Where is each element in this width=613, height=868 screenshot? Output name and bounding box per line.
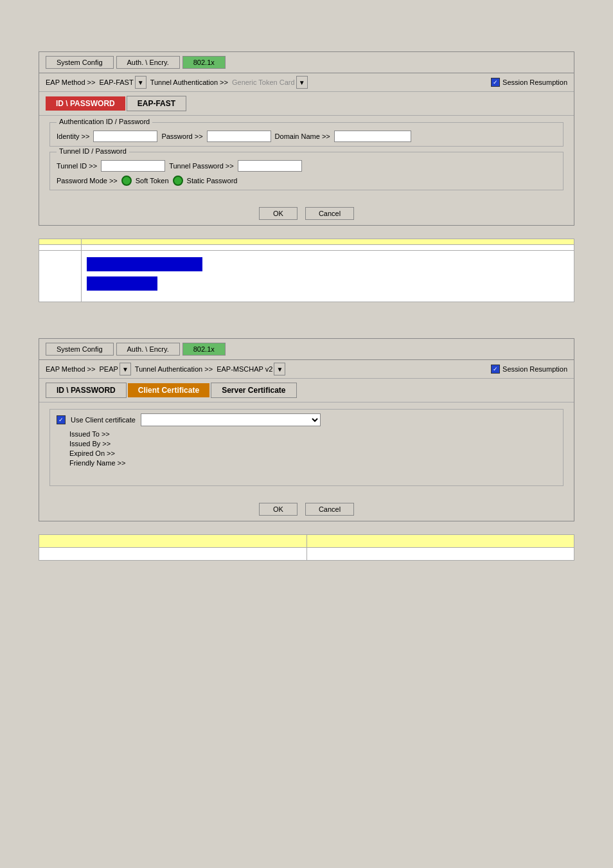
tab-system-config-1[interactable]: System Config [46,56,114,69]
issued-by-label-2: Issued By >> [69,440,111,448]
tunnel-auth-value-1: Generic Token Card [232,78,295,86]
cert-section-2: ✓ Use Client certificate Issued To >> Is… [49,409,564,486]
sub-tab-server-cert-2[interactable]: Server Certificate [211,383,296,398]
tunnel-id-input-1[interactable] [101,160,165,172]
tab-auth-encry-2[interactable]: Auth. \ Encry. [116,343,180,356]
sub-tab-row-1: ID \ PASSWORD EAP-FAST [39,92,574,116]
password-input-1[interactable] [207,131,271,142]
eap-method-label-2: EAP Method >> [46,365,95,373]
tunnel-auth-label-1: Tunnel Authentication >> [150,78,228,86]
cert-row-2: ✓ Use Client certificate [57,413,556,426]
sub-tab-id-password-2[interactable]: ID \ PASSWORD [46,383,127,398]
session-resumption-label-2: Session Resumption [502,365,567,373]
tunnel-form-row-1: Tunnel ID >> Tunnel Password >> [57,160,556,172]
cert-dropdown-2[interactable] [141,413,321,426]
tunnel-auth-dropdown-2[interactable]: EAP-MSCHAP v2 ▼ [217,363,285,375]
table1-cell-c2 [82,251,574,302]
table1-row-white [39,245,574,251]
eap-method-arrow-2[interactable]: ▼ [120,363,131,375]
table2-row-white [39,548,574,561]
tunnel-auth-arrow-1[interactable]: ▼ [296,76,308,89]
panel2: System Config Auth. \ Encry. 802.1x EAP … [39,338,574,521]
table1-cell-w2 [82,245,574,251]
table2-cell-y1 [39,535,307,548]
use-client-cert-checkbox-2[interactable]: ✓ [57,415,66,424]
password-mode-label-1: Password Mode >> [57,177,118,185]
static-password-radio-1[interactable] [173,176,183,186]
session-resumption-1: ✓ Session Resumption [491,78,567,87]
issued-to-label-2: Issued To >> [69,430,110,438]
data-table-1 [39,239,574,302]
expired-on-line-2: Expired On >> [69,449,556,457]
domain-name-input-1[interactable] [334,131,411,142]
blue-bar-long-1 [87,257,202,271]
ok-button-1[interactable]: OK [259,207,298,220]
identity-label-1: Identity >> [57,132,89,140]
eap-method-row-2: EAP Method >> PEAP ▼ Tunnel Authenticati… [39,360,574,379]
table2-cell-y2 [306,535,574,548]
button-row-2: OK Cancel [39,498,574,521]
auth-section-title-1: Authentication ID / Password [57,118,152,125]
panel1: System Config Auth. \ Encry. 802.1x EAP … [39,51,574,226]
table1-cell-w1 [39,245,82,251]
session-resumption-checkbox-2[interactable]: ✓ [491,365,500,374]
session-resumption-checkbox-1[interactable]: ✓ [491,78,500,87]
content-area-2: ✓ Use Client certificate Issued To >> Is… [39,402,574,498]
eap-method-row-1: EAP Method >> EAP-FAST ▼ Tunnel Authenti… [39,73,574,92]
content-area-1: Authentication ID / Password Identity >>… [39,116,574,202]
friendly-name-line-2: Friendly Name >> [69,459,556,467]
expired-on-label-2: Expired On >> [69,449,115,457]
friendly-name-label-2: Friendly Name >> [69,459,125,467]
eap-method-label-1: EAP Method >> [46,78,95,86]
tab-bar-1: System Config Auth. \ Encry. 802.1x [39,52,574,73]
button-row-1: OK Cancel [39,202,574,225]
tunnel-auth-dropdown-1[interactable]: Generic Token Card ▼ [232,76,308,89]
tab-8021x-1[interactable]: 802.1x [182,56,226,69]
tab-system-config-2[interactable]: System Config [46,343,114,356]
table1-cell-y1 [39,239,82,245]
sub-tab-id-password-1[interactable]: ID \ PASSWORD [46,96,125,111]
cancel-button-2[interactable]: Cancel [305,503,354,516]
tunnel-auth-label-2: Tunnel Authentication >> [135,365,213,373]
ok-button-2[interactable]: OK [259,503,298,516]
eap-method-value-1: EAP-FAST [99,78,133,86]
divider-1 [39,315,574,325]
domain-name-label-1: Domain Name >> [275,132,330,140]
static-password-label-1: Static Password [187,177,238,185]
tunnel-auth-arrow-2[interactable]: ▼ [274,363,285,375]
tab-auth-encry-1[interactable]: Auth. \ Encry. [116,56,180,69]
tunnel-id-label-1: Tunnel ID >> [57,162,97,170]
table1-cell-y2 [82,239,574,245]
soft-token-label-1: Soft Token [136,177,169,185]
data-table-2 [39,534,574,561]
table2-cell-w2 [306,548,574,561]
identity-input-1[interactable] [93,131,157,142]
sub-tab-client-cert-2[interactable]: Client Certificate [128,383,209,397]
tunnel-section-1: Tunnel ID / Password Tunnel ID >> Tunnel… [49,152,564,190]
tunnel-section-title-1: Tunnel ID / Password [57,147,129,155]
tunnel-auth-value-2: EAP-MSCHAP v2 [217,365,272,373]
tab-bar-2: System Config Auth. \ Encry. 802.1x [39,339,574,360]
password-mode-row-1: Password Mode >> Soft Token Static Passw… [57,176,556,186]
table1-cell-c1 [39,251,82,302]
eap-method-dropdown-1[interactable]: EAP-FAST ▼ [99,76,146,89]
session-resumption-label-1: Session Resumption [502,78,567,86]
soft-token-radio-1[interactable] [121,176,132,186]
table2-row-yellow [39,535,574,548]
sub-tab-row-2: ID \ PASSWORD Client Certificate Server … [39,379,574,402]
auth-section-1: Authentication ID / Password Identity >>… [49,122,564,147]
cert-info-2: Issued To >> Issued By >> Expired On >> … [57,430,556,467]
eap-method-value-2: PEAP [99,365,118,373]
sub-tab-eap-fast-1[interactable]: EAP-FAST [127,96,186,111]
issued-to-line-2: Issued To >> [69,430,556,438]
eap-method-dropdown-2[interactable]: PEAP ▼ [99,363,130,375]
table1-row-yellow [39,239,574,245]
cancel-button-1[interactable]: Cancel [305,207,354,220]
session-resumption-2: ✓ Session Resumption [491,365,567,374]
table1-row-content [39,251,574,302]
use-client-cert-label-2: Use Client certificate [71,416,136,424]
password-label-1: Password >> [161,132,202,140]
tunnel-password-input-1[interactable] [238,160,302,172]
tab-8021x-2[interactable]: 802.1x [182,343,226,356]
eap-method-arrow-1[interactable]: ▼ [135,76,147,89]
